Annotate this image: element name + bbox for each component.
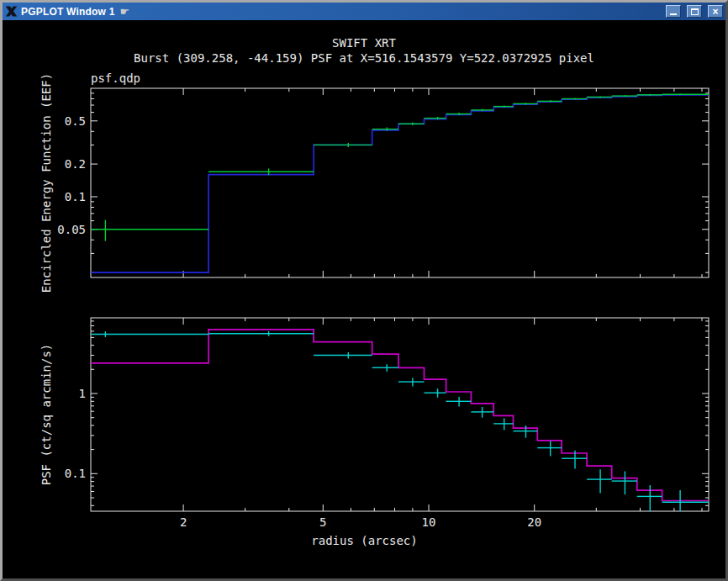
close-button[interactable]: × (708, 5, 723, 18)
minimize-icon (670, 13, 677, 15)
bottom-plot-ytick-label: 1 (79, 387, 86, 400)
bottom-plot-xtick-label: 5 (319, 515, 326, 529)
top-plot: 0.050.10.20.5Encircled Energy Function (… (40, 73, 709, 293)
maximize-button[interactable] (687, 5, 702, 18)
minimize-button[interactable] (666, 5, 681, 18)
top-plot-data-error-bars (91, 93, 709, 241)
close-icon: × (712, 7, 718, 17)
top-plot-model-step-line (91, 95, 709, 272)
qdp-filename-label: psf.qdp (91, 71, 140, 85)
top-plot-ticks (91, 88, 709, 277)
top-plot-ytick-label: 0.1 (65, 190, 86, 203)
pgplot-window: PGPLOT Window 1 ☛ × 0.050.10.20.5Encircl… (0, 0, 728, 581)
figure-title: SWIFT XRT (332, 36, 396, 50)
top-plot-ytick-label: 0.2 (65, 157, 86, 171)
plot-canvas[interactable]: 0.050.10.20.5Encircled Energy Function (… (3, 20, 725, 578)
pgplot-figure: 0.050.10.20.5Encircled Energy Function (… (3, 20, 725, 578)
figure-subtitle: Burst (309.258, -44.159) PSF at X=516.15… (134, 51, 594, 65)
bottom-plot-ytick-label: 0.1 (65, 467, 86, 480)
bottom-plot-xtick-label: 20 (527, 515, 541, 529)
top-plot-y-axis-label: Encircled Energy Function (EEF) (40, 73, 53, 293)
top-plot-frame (91, 88, 709, 277)
top-plot-ytick-label: 0.5 (65, 114, 86, 128)
bottom-plot-frame (91, 318, 709, 511)
bottom-plot-xtick-label: 10 (422, 515, 436, 529)
x-axis-label: radius (arcsec) (311, 534, 417, 547)
title-bar[interactable]: PGPLOT Window 1 ☛ × (3, 3, 725, 20)
bottom-plot-y-axis-label: PSF (ct/sq arcmin/s) (40, 344, 53, 486)
bottom-plot-data-error-bars (91, 331, 709, 520)
pointer-hand-icon: ☛ (120, 6, 130, 17)
maximize-icon (691, 8, 699, 15)
bottom-plot-ticks (91, 318, 709, 511)
x11-logo-icon (5, 5, 18, 18)
bottom-plot-xtick-label: 2 (180, 515, 187, 529)
bottom-plot: 0.11251020radius (arcsec)PSF (ct/sq arcm… (40, 318, 709, 547)
window-title: PGPLOT Window 1 (21, 6, 115, 18)
bottom-plot-model-step-line (91, 330, 709, 501)
top-plot-ytick-label: 0.05 (57, 223, 86, 236)
